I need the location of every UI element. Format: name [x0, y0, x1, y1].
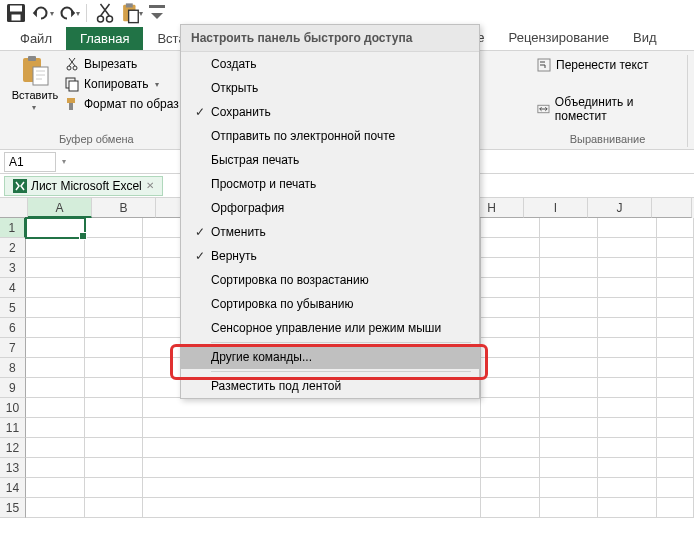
cell[interactable] [598, 218, 657, 238]
cell[interactable] [85, 438, 144, 458]
menu-item[interactable]: Сортировка по убыванию [181, 292, 479, 316]
cell[interactable] [657, 258, 694, 278]
cell[interactable] [85, 398, 144, 418]
cell[interactable] [85, 418, 144, 438]
cell[interactable] [481, 338, 540, 358]
format-painter-button[interactable]: Формат по образ [64, 95, 179, 113]
row-header[interactable]: 1 [0, 218, 26, 238]
row-header[interactable]: 11 [0, 418, 26, 438]
menu-item[interactable]: ✓Вернуть [181, 244, 479, 268]
cell[interactable] [598, 258, 657, 278]
cell[interactable] [540, 298, 599, 318]
menu-item[interactable]: ✓Сохранить [181, 100, 479, 124]
cell[interactable] [422, 438, 481, 458]
menu-item[interactable]: Сенсорное управление или режим мыши [181, 316, 479, 340]
cell[interactable] [481, 478, 540, 498]
cell[interactable] [422, 458, 481, 478]
menu-item[interactable]: Просмотр и печать [181, 172, 479, 196]
cell[interactable] [26, 298, 85, 318]
cell[interactable] [85, 258, 144, 278]
cut-icon[interactable] [93, 2, 117, 24]
cell[interactable] [540, 398, 599, 418]
row-header[interactable]: 9 [0, 378, 26, 398]
cell[interactable] [26, 398, 85, 418]
row-header[interactable]: 4 [0, 278, 26, 298]
cell[interactable] [481, 498, 540, 518]
cell[interactable] [26, 498, 85, 518]
tab-file[interactable]: Файл [6, 27, 66, 50]
cell[interactable] [85, 478, 144, 498]
cell[interactable] [657, 338, 694, 358]
select-all-corner[interactable] [0, 198, 28, 218]
name-box[interactable]: A1 [4, 152, 56, 172]
cell[interactable] [143, 458, 422, 478]
cell[interactable] [26, 258, 85, 278]
cell[interactable] [85, 498, 144, 518]
cell[interactable] [598, 298, 657, 318]
cell[interactable] [598, 498, 657, 518]
cell[interactable] [540, 478, 599, 498]
cell[interactable] [540, 278, 599, 298]
cell[interactable] [481, 318, 540, 338]
cell[interactable] [481, 458, 540, 478]
cell[interactable] [481, 438, 540, 458]
cell[interactable] [26, 278, 85, 298]
cell[interactable] [26, 458, 85, 478]
cell[interactable] [657, 318, 694, 338]
menu-item[interactable]: Создать [181, 52, 479, 76]
cell[interactable] [598, 338, 657, 358]
menu-item[interactable]: Разместить под лентой [181, 374, 479, 398]
name-box-dropdown-icon[interactable]: ▾ [62, 157, 66, 166]
tab-review[interactable]: Рецензирование [497, 26, 621, 49]
cell[interactable] [598, 398, 657, 418]
cell[interactable] [540, 458, 599, 478]
cell[interactable] [657, 418, 694, 438]
menu-item[interactable]: Сортировка по возрастанию [181, 268, 479, 292]
cell[interactable] [85, 378, 144, 398]
cell[interactable] [657, 458, 694, 478]
cell[interactable] [540, 258, 599, 278]
cell[interactable] [85, 218, 144, 238]
cell[interactable] [540, 238, 599, 258]
cell[interactable] [481, 258, 540, 278]
wrap-text-button[interactable]: Перенести текст [536, 55, 679, 75]
cell[interactable] [540, 318, 599, 338]
close-icon[interactable]: ✕ [146, 180, 154, 191]
cell[interactable] [598, 378, 657, 398]
cell[interactable] [85, 338, 144, 358]
row-header[interactable]: 14 [0, 478, 26, 498]
row-header[interactable]: 15 [0, 498, 26, 518]
cell[interactable] [598, 458, 657, 478]
cut-button[interactable]: Вырезать [64, 55, 179, 73]
cell[interactable] [26, 478, 85, 498]
row-header[interactable]: 5 [0, 298, 26, 318]
column-header[interactable]: A [28, 198, 92, 218]
cell[interactable] [26, 338, 85, 358]
cell[interactable] [657, 398, 694, 418]
sheet-tab[interactable]: Лист Microsoft Excel ✕ [4, 176, 163, 196]
cell[interactable] [540, 338, 599, 358]
cell[interactable] [540, 218, 599, 238]
cell[interactable] [657, 378, 694, 398]
cell[interactable] [85, 318, 144, 338]
save-icon[interactable] [4, 2, 28, 24]
cell[interactable] [657, 498, 694, 518]
cell[interactable] [657, 438, 694, 458]
cell[interactable] [26, 438, 85, 458]
row-header[interactable]: 13 [0, 458, 26, 478]
cell[interactable] [26, 358, 85, 378]
cell[interactable] [26, 418, 85, 438]
cell[interactable] [657, 278, 694, 298]
column-header[interactable]: I [524, 198, 588, 218]
cell[interactable] [143, 498, 422, 518]
menu-item[interactable]: Орфография [181, 196, 479, 220]
cell[interactable] [26, 218, 85, 238]
paste-button[interactable]: Вставить ▾ [14, 55, 56, 113]
cell[interactable] [598, 478, 657, 498]
cell[interactable] [481, 398, 540, 418]
row-header[interactable]: 2 [0, 238, 26, 258]
cell[interactable] [85, 298, 144, 318]
menu-item[interactable]: Открыть [181, 76, 479, 100]
cell[interactable] [143, 398, 422, 418]
cell[interactable] [85, 238, 144, 258]
